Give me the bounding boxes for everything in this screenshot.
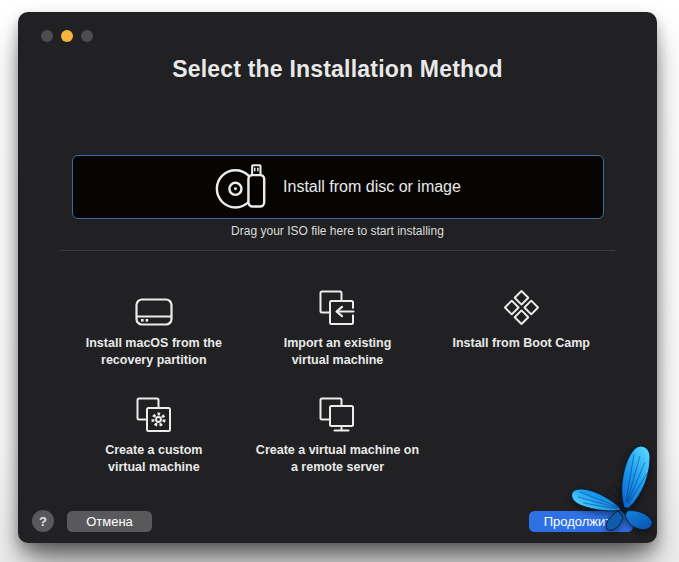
remote-server-icon [319,399,355,433]
option-label: Install macOS from the recovery partitio… [86,335,222,369]
dropzone-hint: Drag your ISO file here to start install… [18,224,657,238]
option-label: Import an existing virtual machine [284,335,392,369]
option-import-existing-vm[interactable]: Import an existing virtual machine [246,292,430,369]
installation-options: Install macOS from the recovery partitio… [62,292,613,476]
option-install-boot-camp[interactable]: Install from Boot Camp [429,292,613,369]
screen: Select the Installation Method Install f… [0,0,679,562]
option-label: Create a custom virtual machine [105,442,202,476]
installation-method-window: Select the Installation Method Install f… [18,12,657,543]
install-from-disc-dropzone[interactable]: Install from disc or image [72,155,604,219]
custom-vm-icon [136,399,172,433]
boot-camp-icon [503,292,540,326]
cancel-button[interactable]: Отмена [67,511,152,532]
help-button[interactable]: ? [32,510,54,532]
option-label: Install from Boot Camp [452,335,590,352]
import-vm-icon [319,292,355,326]
continue-button[interactable]: Продолжить [529,511,633,532]
divider [60,250,615,251]
minimize-window-button[interactable] [61,30,73,42]
option-create-vm-remote-server[interactable]: Create a virtual machine on a remote ser… [246,399,430,476]
close-window-button[interactable] [41,30,53,42]
dropzone-label: Install from disc or image [283,178,461,196]
option-install-macos-recovery[interactable]: Install macOS from the recovery partitio… [62,292,246,369]
disc-usb-icon [215,161,267,213]
footer-bar: ? Отмена Продолжить [32,509,633,533]
window-controls [41,30,93,42]
zoom-window-button[interactable] [81,30,93,42]
option-create-custom-vm[interactable]: Create a custom virtual machine [62,399,246,476]
page-title: Select the Installation Method [18,56,657,83]
hard-drive-icon [135,292,173,326]
option-label: Create a virtual machine on a remote ser… [256,442,419,476]
